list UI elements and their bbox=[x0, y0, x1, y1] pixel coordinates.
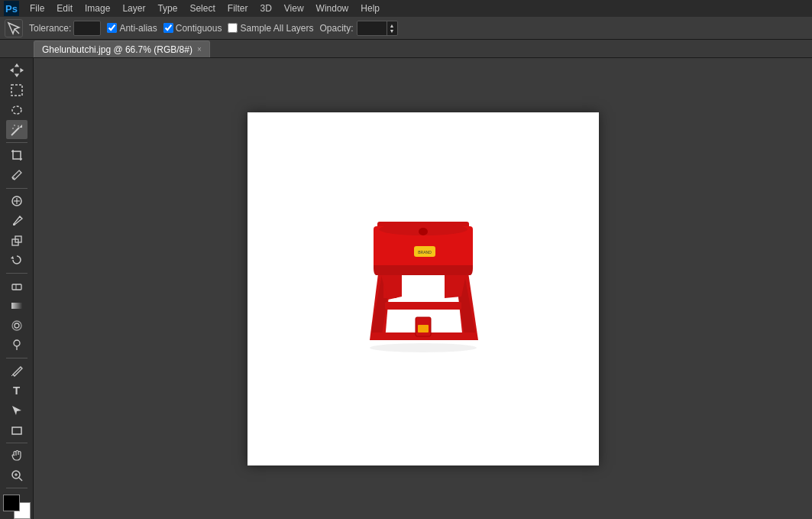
svg-marker-7 bbox=[19, 125, 22, 128]
gradient-tool[interactable] bbox=[6, 296, 27, 315]
menu-image[interactable]: Image bbox=[79, 2, 115, 15]
opacity-arrows[interactable]: ▲ ▼ bbox=[387, 21, 397, 36]
svg-rect-26 bbox=[12, 427, 21, 434]
clone-tool[interactable] bbox=[6, 231, 27, 250]
history-tool[interactable] bbox=[6, 251, 27, 270]
sample-all-layers-checkbox[interactable] bbox=[228, 23, 238, 33]
brush-tool[interactable] bbox=[6, 211, 27, 230]
menu-help[interactable]: Help bbox=[355, 2, 385, 15]
crop-tool[interactable] bbox=[6, 146, 27, 165]
menu-type[interactable]: Type bbox=[152, 2, 183, 15]
healing-tool[interactable] bbox=[6, 192, 27, 211]
stool-image: BRAND bbox=[347, 214, 500, 363]
menu-file[interactable]: File bbox=[24, 2, 50, 15]
svg-point-23 bbox=[14, 340, 20, 346]
svg-rect-41 bbox=[418, 325, 429, 332]
svg-rect-37 bbox=[385, 302, 461, 310]
tool-divider-2 bbox=[6, 188, 27, 189]
svg-text:BRAND: BRAND bbox=[418, 250, 432, 255]
anti-alias-checkbox[interactable] bbox=[107, 23, 117, 33]
magic-wand-tool[interactable] bbox=[6, 120, 27, 139]
tool-divider-6 bbox=[6, 488, 27, 488]
svg-line-28 bbox=[19, 478, 22, 481]
tolerance-label: Tolerance: bbox=[29, 23, 71, 34]
svg-rect-4 bbox=[11, 85, 22, 96]
anti-alias-label: Anti-alias bbox=[119, 23, 157, 34]
tool-divider-4 bbox=[6, 358, 27, 358]
menu-view[interactable]: View bbox=[279, 2, 309, 15]
tool-divider-1 bbox=[6, 142, 27, 143]
menu-window[interactable]: Window bbox=[311, 2, 354, 15]
eyedropper-tool[interactable] bbox=[6, 166, 27, 185]
canvas-area[interactable]: BRAND bbox=[34, 58, 812, 519]
opacity-input[interactable]: 100% bbox=[357, 21, 387, 36]
menu-3d[interactable]: 3D bbox=[254, 2, 277, 15]
canvas-document: BRAND bbox=[247, 112, 599, 465]
opacity-input-wrap: 100% ▲ ▼ bbox=[357, 21, 398, 36]
svg-point-21 bbox=[12, 321, 21, 330]
marquee-tool[interactable] bbox=[6, 81, 27, 100]
shape-tool[interactable] bbox=[6, 420, 27, 440]
foreground-color-swatch[interactable] bbox=[3, 495, 20, 511]
path-select-tool[interactable] bbox=[6, 401, 27, 420]
lasso-tool[interactable] bbox=[6, 101, 27, 120]
dodge-tool[interactable] bbox=[6, 336, 27, 355]
svg-point-22 bbox=[15, 323, 19, 328]
blur-tool[interactable] bbox=[6, 316, 27, 335]
svg-line-25 bbox=[11, 375, 13, 376]
text-tool[interactable]: T bbox=[6, 381, 27, 401]
svg-line-3 bbox=[15, 29, 19, 34]
options-bar: Tolerance: 32 Anti-alias Contiguous Samp… bbox=[0, 17, 812, 40]
hand-tool[interactable] bbox=[6, 446, 27, 465]
tab-close-button[interactable]: × bbox=[197, 45, 202, 54]
svg-point-11 bbox=[13, 177, 15, 179]
color-swatches[interactable] bbox=[3, 495, 31, 519]
document-tab[interactable]: Ghelunbutchi.jpg @ 66.7% (RGB/8#) × bbox=[34, 41, 210, 57]
main-area: T bbox=[0, 58, 812, 519]
contiguous-checkbox[interactable] bbox=[163, 23, 173, 33]
menu-select[interactable]: Select bbox=[184, 2, 220, 15]
svg-point-5 bbox=[12, 106, 21, 114]
menu-layer[interactable]: Layer bbox=[117, 2, 150, 15]
contiguous-label: Contiguous bbox=[176, 23, 222, 34]
ps-logo: Ps bbox=[3, 0, 20, 17]
tool-divider-5 bbox=[6, 443, 27, 443]
tab-filename: Ghelunbutchi.jpg @ 66.7% (RGB/8#) bbox=[42, 44, 192, 55]
opacity-label: Opacity: bbox=[320, 23, 354, 34]
menu-filter[interactable]: Filter bbox=[222, 2, 254, 15]
tolerance-input[interactable]: 32 bbox=[73, 21, 101, 36]
zoom-tool[interactable] bbox=[6, 466, 27, 485]
toolbar: T bbox=[0, 58, 34, 519]
menu-edit[interactable]: Edit bbox=[51, 2, 78, 15]
menu-bar: Ps File Edit Image Layer Type Select Fil… bbox=[0, 0, 812, 17]
svg-rect-18 bbox=[12, 284, 21, 290]
tab-bar: Ghelunbutchi.jpg @ 66.7% (RGB/8#) × bbox=[0, 40, 812, 58]
svg-point-15 bbox=[13, 223, 15, 225]
svg-point-39 bbox=[370, 343, 477, 352]
svg-text:Ps: Ps bbox=[5, 3, 18, 15]
svg-point-34 bbox=[419, 228, 428, 235]
text-tool-icon: T bbox=[13, 384, 20, 397]
tool-divider-3 bbox=[6, 273, 27, 274]
eraser-tool[interactable] bbox=[6, 277, 27, 296]
current-tool-icon[interactable] bbox=[5, 19, 23, 37]
move-tool[interactable] bbox=[6, 61, 27, 80]
pen-tool[interactable] bbox=[6, 362, 27, 381]
sample-all-layers-label: Sample All Layers bbox=[240, 23, 313, 34]
svg-rect-20 bbox=[11, 303, 22, 309]
